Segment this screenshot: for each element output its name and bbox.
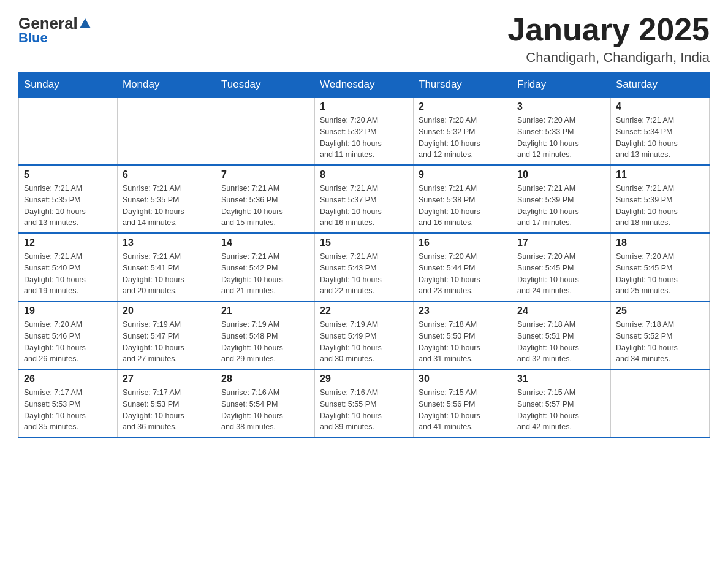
day-number: 22 — [320, 305, 408, 316]
day-info: Sunrise: 7:18 AM Sunset: 5:51 PM Dayligh… — [517, 319, 605, 365]
calendar-cell — [611, 369, 710, 437]
day-info: Sunrise: 7:20 AM Sunset: 5:46 PM Dayligh… — [24, 319, 112, 365]
day-info: Sunrise: 7:21 AM Sunset: 5:39 PM Dayligh… — [517, 183, 605, 229]
day-number: 7 — [221, 169, 309, 180]
day-number: 10 — [517, 169, 605, 180]
day-header-saturday: Saturday — [611, 72, 710, 98]
calendar-cell: 28Sunrise: 7:16 AM Sunset: 5:54 PM Dayli… — [216, 369, 315, 437]
calendar-cell: 25Sunrise: 7:18 AM Sunset: 5:52 PM Dayli… — [611, 301, 710, 369]
day-info: Sunrise: 7:21 AM Sunset: 5:42 PM Dayligh… — [221, 251, 309, 297]
day-number: 28 — [221, 373, 309, 385]
day-number: 18 — [616, 237, 704, 248]
day-info: Sunrise: 7:15 AM Sunset: 5:57 PM Dayligh… — [517, 387, 605, 433]
day-number: 23 — [419, 305, 507, 316]
calendar-cell: 9Sunrise: 7:21 AM Sunset: 5:38 PM Daylig… — [414, 165, 512, 233]
day-header-monday: Monday — [118, 72, 216, 98]
day-number: 4 — [616, 101, 704, 112]
week-row-3: 12Sunrise: 7:21 AM Sunset: 5:40 PM Dayli… — [19, 233, 710, 301]
day-info: Sunrise: 7:21 AM Sunset: 5:35 PM Dayligh… — [123, 183, 211, 229]
day-number: 27 — [123, 373, 211, 385]
calendar-cell: 18Sunrise: 7:20 AM Sunset: 5:45 PM Dayli… — [611, 233, 710, 301]
day-number: 6 — [123, 169, 211, 180]
day-number: 9 — [419, 169, 507, 180]
day-info: Sunrise: 7:20 AM Sunset: 5:45 PM Dayligh… — [616, 251, 704, 297]
day-number: 8 — [320, 169, 408, 180]
day-number: 12 — [24, 237, 112, 248]
day-info: Sunrise: 7:17 AM Sunset: 5:53 PM Dayligh… — [24, 387, 112, 433]
day-number: 17 — [517, 237, 605, 248]
day-info: Sunrise: 7:18 AM Sunset: 5:50 PM Dayligh… — [419, 319, 507, 365]
calendar-cell: 14Sunrise: 7:21 AM Sunset: 5:42 PM Dayli… — [216, 233, 315, 301]
day-number: 11 — [616, 169, 704, 180]
calendar-cell: 2Sunrise: 7:20 AM Sunset: 5:32 PM Daylig… — [414, 98, 512, 166]
calendar-cell: 8Sunrise: 7:21 AM Sunset: 5:37 PM Daylig… — [315, 165, 414, 233]
day-info: Sunrise: 7:19 AM Sunset: 5:48 PM Dayligh… — [221, 319, 309, 365]
calendar-cell: 30Sunrise: 7:15 AM Sunset: 5:56 PM Dayli… — [414, 369, 512, 437]
calendar-cell: 24Sunrise: 7:18 AM Sunset: 5:51 PM Dayli… — [512, 301, 611, 369]
month-title: January 2025 — [507, 12, 710, 47]
day-number: 20 — [123, 305, 211, 316]
day-number: 16 — [419, 237, 507, 248]
day-number: 3 — [517, 101, 605, 112]
day-number: 31 — [517, 373, 605, 385]
calendar-header-row: SundayMondayTuesdayWednesdayThursdayFrid… — [19, 72, 710, 98]
day-info: Sunrise: 7:17 AM Sunset: 5:53 PM Dayligh… — [123, 387, 211, 433]
day-info: Sunrise: 7:15 AM Sunset: 5:56 PM Dayligh… — [419, 387, 507, 433]
week-row-5: 26Sunrise: 7:17 AM Sunset: 5:53 PM Dayli… — [19, 369, 710, 437]
calendar-cell: 26Sunrise: 7:17 AM Sunset: 5:53 PM Dayli… — [19, 369, 118, 437]
day-info: Sunrise: 7:20 AM Sunset: 5:32 PM Dayligh… — [419, 115, 507, 161]
day-number: 1 — [320, 101, 408, 112]
logo-general-text: General — [18, 15, 91, 31]
calendar-cell: 17Sunrise: 7:20 AM Sunset: 5:45 PM Dayli… — [512, 233, 611, 301]
day-info: Sunrise: 7:20 AM Sunset: 5:32 PM Dayligh… — [320, 115, 408, 161]
day-number: 13 — [123, 237, 211, 248]
day-number: 30 — [419, 373, 507, 385]
day-number: 19 — [24, 305, 112, 316]
calendar-table: SundayMondayTuesdayWednesdayThursdayFrid… — [18, 72, 710, 438]
day-info: Sunrise: 7:21 AM Sunset: 5:37 PM Dayligh… — [320, 183, 408, 229]
day-info: Sunrise: 7:20 AM Sunset: 5:44 PM Dayligh… — [419, 251, 507, 297]
day-info: Sunrise: 7:16 AM Sunset: 5:54 PM Dayligh… — [221, 387, 309, 433]
day-number: 15 — [320, 237, 408, 248]
calendar-cell: 16Sunrise: 7:20 AM Sunset: 5:44 PM Dayli… — [414, 233, 512, 301]
day-info: Sunrise: 7:21 AM Sunset: 5:43 PM Dayligh… — [320, 251, 408, 297]
day-number: 21 — [221, 305, 309, 316]
day-number: 24 — [517, 305, 605, 316]
day-number: 29 — [320, 373, 408, 385]
calendar-cell: 11Sunrise: 7:21 AM Sunset: 5:39 PM Dayli… — [611, 165, 710, 233]
day-info: Sunrise: 7:21 AM Sunset: 5:35 PM Dayligh… — [24, 183, 112, 229]
day-info: Sunrise: 7:20 AM Sunset: 5:33 PM Dayligh… — [517, 115, 605, 161]
calendar-cell: 13Sunrise: 7:21 AM Sunset: 5:41 PM Dayli… — [118, 233, 216, 301]
logo: General Blue — [18, 12, 91, 45]
calendar-cell: 5Sunrise: 7:21 AM Sunset: 5:35 PM Daylig… — [19, 165, 118, 233]
calendar-cell — [118, 98, 216, 166]
calendar-cell: 21Sunrise: 7:19 AM Sunset: 5:48 PM Dayli… — [216, 301, 315, 369]
day-header-tuesday: Tuesday — [216, 72, 315, 98]
day-info: Sunrise: 7:21 AM Sunset: 5:36 PM Dayligh… — [221, 183, 309, 229]
calendar-cell: 31Sunrise: 7:15 AM Sunset: 5:57 PM Dayli… — [512, 369, 611, 437]
day-info: Sunrise: 7:21 AM Sunset: 5:39 PM Dayligh… — [616, 183, 704, 229]
day-info: Sunrise: 7:16 AM Sunset: 5:55 PM Dayligh… — [320, 387, 408, 433]
week-row-2: 5Sunrise: 7:21 AM Sunset: 5:35 PM Daylig… — [19, 165, 710, 233]
calendar-cell: 19Sunrise: 7:20 AM Sunset: 5:46 PM Dayli… — [19, 301, 118, 369]
title-section: January 2025 Chandigarh, Chandigarh, Ind… — [507, 12, 710, 66]
day-number: 5 — [24, 169, 112, 180]
day-info: Sunrise: 7:20 AM Sunset: 5:45 PM Dayligh… — [517, 251, 605, 297]
day-number: 26 — [24, 373, 112, 385]
page-header: General Blue January 2025 Chandigarh, Ch… — [18, 12, 710, 66]
calendar-cell: 27Sunrise: 7:17 AM Sunset: 5:53 PM Dayli… — [118, 369, 216, 437]
calendar-cell: 23Sunrise: 7:18 AM Sunset: 5:50 PM Dayli… — [414, 301, 512, 369]
day-header-thursday: Thursday — [414, 72, 512, 98]
day-info: Sunrise: 7:21 AM Sunset: 5:38 PM Dayligh… — [419, 183, 507, 229]
calendar-cell — [19, 98, 118, 166]
day-header-sunday: Sunday — [19, 72, 118, 98]
week-row-1: 1Sunrise: 7:20 AM Sunset: 5:32 PM Daylig… — [19, 98, 710, 166]
day-header-wednesday: Wednesday — [315, 72, 414, 98]
day-info: Sunrise: 7:21 AM Sunset: 5:41 PM Dayligh… — [123, 251, 211, 297]
calendar-cell: 3Sunrise: 7:20 AM Sunset: 5:33 PM Daylig… — [512, 98, 611, 166]
calendar-cell: 29Sunrise: 7:16 AM Sunset: 5:55 PM Dayli… — [315, 369, 414, 437]
calendar-cell: 12Sunrise: 7:21 AM Sunset: 5:40 PM Dayli… — [19, 233, 118, 301]
calendar-cell: 22Sunrise: 7:19 AM Sunset: 5:49 PM Dayli… — [315, 301, 414, 369]
calendar-cell: 20Sunrise: 7:19 AM Sunset: 5:47 PM Dayli… — [118, 301, 216, 369]
week-row-4: 19Sunrise: 7:20 AM Sunset: 5:46 PM Dayli… — [19, 301, 710, 369]
